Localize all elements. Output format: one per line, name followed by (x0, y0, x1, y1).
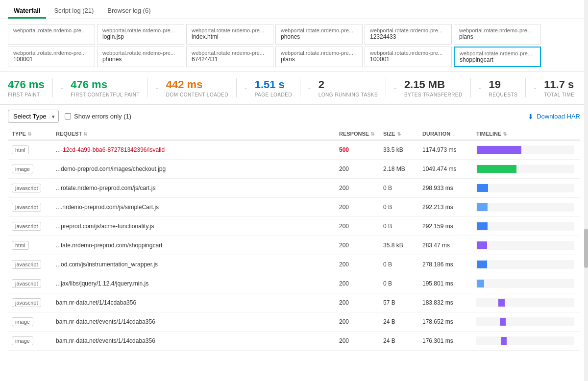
cell-duration: 292.159 ms (418, 217, 472, 236)
cell-type: javascript (8, 217, 52, 236)
metric-dom: 442 ms DOM CONTENT LOADED (166, 78, 237, 97)
dash-5: - (394, 84, 396, 92)
page-card-1[interactable]: webportal.rotate.nrdemo-pre... (8, 24, 95, 45)
page-card-2[interactable]: webportal.rotate.nrdemo-pre... login.jsp (97, 24, 184, 45)
cell-response: 200 (335, 217, 379, 236)
sort-icon-duration: ↓ (452, 131, 454, 137)
col-header-timeline[interactable]: TIMELINE ⇅ (472, 128, 580, 140)
table-row: image bam.nr-data.net/events/1/14cdaba35… (8, 312, 580, 332)
cell-size: 0 B (379, 274, 418, 293)
card-name-3: index.html (192, 33, 268, 40)
metric-label-lrt: LONG RUNNING TASKS (318, 92, 378, 97)
page-card-3[interactable]: webportal.rotate.nrdemo-pre... index.htm… (186, 24, 273, 45)
cell-request[interactable]: ...-12cd-4a99-bba6-872781342396/isvalid (52, 140, 335, 160)
cell-request[interactable]: ...demo-preprod.com/images/checkout.jpg (52, 160, 335, 179)
cell-duration: 283.47 ms (418, 236, 472, 255)
cell-timeline (472, 332, 580, 351)
metric-label-requests: REQUESTS (489, 92, 517, 97)
page-card-4[interactable]: webportal.rotate.nrdemo-pre... phones (275, 24, 363, 45)
metric-lrt: 2 LONG RUNNING TASKS (318, 78, 386, 97)
card-name-9: 67424431 (192, 56, 268, 63)
show-errors-checkbox[interactable] (65, 113, 71, 119)
card-name-4: phones (281, 33, 357, 40)
tab-browser-log[interactable]: Browser log (6) (101, 4, 156, 19)
cell-request[interactable]: bam.nr-data.net/events/1/14cdaba356 (52, 312, 335, 332)
cell-size: 24 B (379, 312, 418, 332)
cell-request[interactable]: ...od.com/js/instrumentation_wrapper.js (52, 255, 335, 274)
cell-size: 0 B (379, 217, 418, 236)
page-card-9[interactable]: webportal.rotate.nrdemo-pre... 67424431 (186, 47, 273, 67)
type-badge: html (12, 241, 29, 250)
type-badge: javascript (12, 298, 41, 307)
metric-requests: 19 REQUESTS (489, 78, 526, 97)
cell-request[interactable]: bam.nr-data.net/events/1/14cdaba356 (52, 332, 335, 351)
toolbar-left: Select Type html image javascript css js… (8, 110, 131, 123)
cell-size: 35.8 kB (379, 236, 418, 255)
cell-request[interactable]: bam.nr-data.net/1/14cdaba356 (52, 293, 335, 312)
page-card-11[interactable]: webportal.rotate.nrdemo-pre... 100001 (365, 47, 452, 67)
col-header-size[interactable]: SIZE ⇅ (379, 128, 418, 140)
page-card-12[interactable]: webportal.rotate.nrdemo-pre... shoppingc… (454, 47, 541, 67)
table-row: javascript ...preprod.com/js/acme-functi… (8, 217, 580, 236)
cell-type: image (8, 160, 52, 179)
metric-first-paint: 476 ms FIRST PAINT (8, 78, 53, 97)
show-errors-label: Show errors only (1) (74, 113, 131, 120)
card-url-3: webportal.rotate.nrdemo-pre... (192, 27, 268, 33)
scrollbar-thumb[interactable] (584, 229, 588, 268)
metric-label-fcp: FIRST CONTENTFUL PAINT (71, 92, 140, 97)
scrollbar-track[interactable] (584, 0, 588, 351)
cell-type: javascript (8, 179, 52, 198)
metric-label-bytes: BYTES TRANSFERRED (404, 92, 463, 97)
col-header-duration[interactable]: DURATION ↓ (418, 128, 472, 140)
type-badge: javascript (12, 279, 41, 288)
dash-3: - (245, 84, 247, 92)
sort-icon-timeline: ⇅ (503, 131, 507, 137)
page-card-8[interactable]: webportal.rotate.nrdemo-pre... phones (97, 47, 184, 67)
cell-response: 500 (335, 140, 379, 160)
metric-label-dom: DOM CONTENT LOADED (166, 92, 228, 97)
download-har-button[interactable]: ⬇ Download HAR (528, 113, 580, 120)
tab-script-log[interactable]: Script log (21) (48, 4, 99, 19)
card-name-11: 100001 (370, 56, 446, 63)
cell-timeline (472, 160, 580, 179)
cell-request[interactable]: ...tate.nrdemo-preprod.com/shoppingcart (52, 236, 335, 255)
card-url-2: webportal.rotate.nrdemo-pre... (102, 27, 179, 33)
type-badge: javascript (12, 260, 41, 269)
card-name-6: plans (459, 33, 536, 40)
page-card-5[interactable]: webportal.rotate.nrdemo-pre... 12324433 (365, 24, 452, 45)
cell-timeline (472, 236, 580, 255)
cell-size: 33.5 kB (379, 140, 418, 160)
col-header-request[interactable]: REQUEST ⇅ (52, 128, 335, 140)
cell-request[interactable]: ....nrdemo-preprod.com/js/simpleCart.js (52, 198, 335, 217)
cell-size: 24 B (379, 332, 418, 351)
cell-request[interactable]: ...jax/libs/jquery/1.12.4/jquery.min.js (52, 274, 335, 293)
cell-request[interactable]: ...rotate.nrdemo-preprod.com/js/cart.js (52, 179, 335, 198)
cell-size: 2.18 MB (379, 160, 418, 179)
metric-value-fcp: 476 ms (71, 78, 140, 91)
card-name-1 (13, 33, 90, 41)
cell-request[interactable]: ...preprod.com/js/acme-functionality.js (52, 217, 335, 236)
page-card-10[interactable]: webportal.rotate.nrdemo-pre... plans (275, 47, 363, 67)
page-card-6[interactable]: webportal.rotate.nrdemo-pre... plans (454, 24, 541, 45)
cell-timeline (472, 140, 580, 160)
table-row: javascript ...od.com/js/instrumentation_… (8, 255, 580, 274)
toolbar: Select Type html image javascript css js… (0, 105, 588, 128)
cell-response: 200 (335, 198, 379, 217)
page-card-7[interactable]: webportal.rotate.nrdemo-pre... 100001 (8, 47, 95, 67)
show-errors-checkbox-label[interactable]: Show errors only (1) (65, 113, 131, 120)
select-type-dropdown[interactable]: Select Type html image javascript css js… (8, 110, 59, 123)
table-row: html ...tate.nrdemo-preprod.com/shopping… (8, 236, 580, 255)
col-header-type[interactable]: TYPE ⇅ (8, 128, 52, 140)
cell-duration: 195.801 ms (418, 274, 472, 293)
dash-2: - (156, 84, 158, 92)
col-header-response[interactable]: RESPONSE ⇅ (335, 128, 379, 140)
metric-value-pl: 1.51 s (255, 78, 292, 91)
table-row: image ...demo-preprod.com/images/checkou… (8, 160, 580, 179)
card-url-10: webportal.rotate.nrdemo-pre... (281, 50, 357, 56)
metric-bytes: 2.15 MB BYTES TRANSFERRED (404, 78, 471, 97)
select-type-wrapper: Select Type html image javascript css js… (8, 110, 59, 123)
cell-type: html (8, 140, 52, 160)
card-url-4: webportal.rotate.nrdemo-pre... (281, 27, 357, 33)
tab-waterfall[interactable]: Waterfall (8, 4, 46, 19)
card-url-5: webportal.rotate.nrdemo-pre... (370, 27, 446, 33)
